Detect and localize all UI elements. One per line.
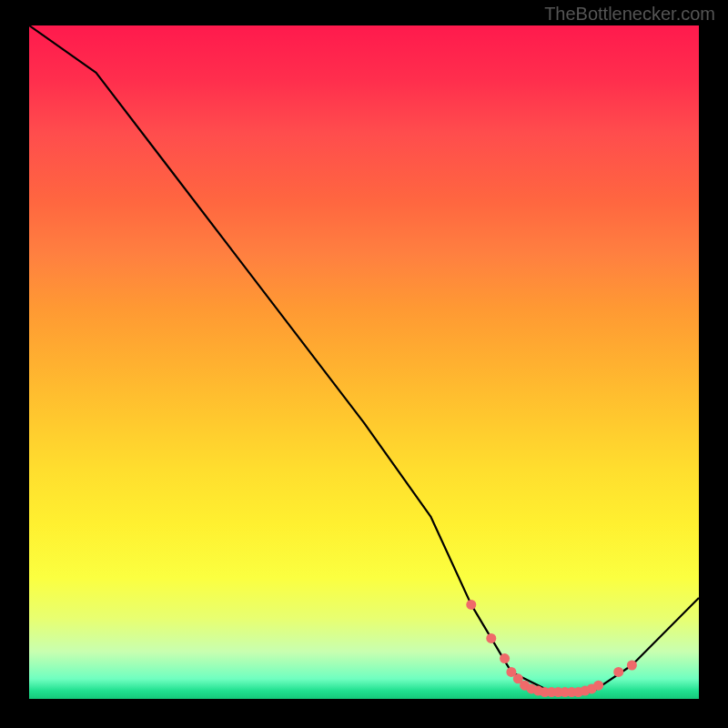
marker-point	[486, 633, 496, 643]
optimum-markers	[466, 600, 637, 697]
bottleneck-curve	[29, 25, 699, 693]
marker-point	[627, 661, 637, 671]
marker-point	[500, 653, 510, 663]
marker-point	[593, 681, 603, 691]
chart-svg	[29, 25, 699, 699]
marker-point	[613, 667, 623, 677]
chart-plot-area	[29, 25, 699, 699]
attribution-text: TheBottlenecker.com	[544, 4, 715, 25]
marker-point	[466, 600, 476, 610]
curve-path	[29, 25, 699, 693]
